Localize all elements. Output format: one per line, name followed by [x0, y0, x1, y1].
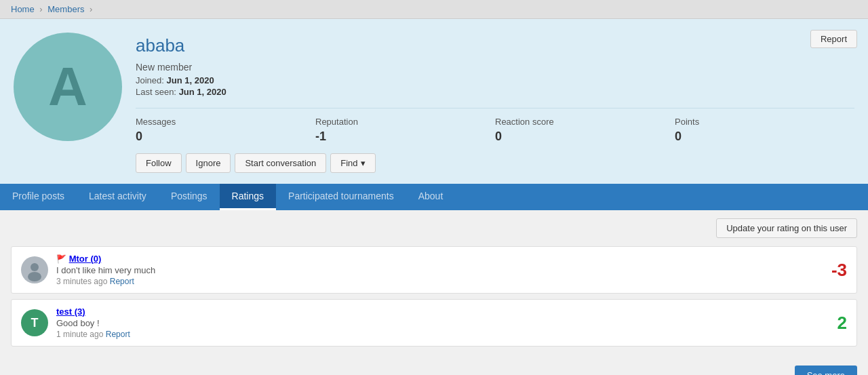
rating-avatar-mtor: [21, 256, 48, 283]
tab-latest-activity[interactable]: Latest activity: [77, 184, 159, 210]
nav-tabs: Profile posts Latest activity Postings R…: [0, 184, 868, 210]
breadcrumb-home[interactable]: Home: [11, 4, 35, 14]
profile-last-seen: Last seen: Jun 1, 2020: [136, 87, 854, 97]
stat-points: Points 0: [675, 117, 854, 144]
avatar: A: [14, 33, 122, 141]
profile-username: ababa: [136, 35, 854, 56]
profile-info: ababa New member Joined: Jun 1, 2020 Las…: [136, 33, 854, 173]
rating-text-mtor: I don't like him very much: [56, 265, 823, 275]
rating-username-test: test (3): [56, 307, 829, 317]
update-rating-row: Update your rating on this user: [11, 218, 857, 238]
rating-user-link-test[interactable]: test (3): [56, 307, 85, 317]
stat-messages: Messages 0: [136, 117, 315, 144]
tab-participated-tournaments[interactable]: Participated tournaments: [276, 184, 406, 210]
profile-role: New member: [136, 62, 854, 73]
mtor-avatar-icon: [22, 258, 47, 282]
rating-user-link-mtor[interactable]: Mtor (0): [69, 254, 102, 264]
report-button[interactable]: Report: [810, 30, 857, 48]
main-content: Update your rating on this user 🚩 Mtor (…: [0, 210, 868, 360]
stats-row: Messages 0 Reputation -1 Reaction score …: [136, 108, 854, 144]
update-rating-button[interactable]: Update your rating on this user: [716, 218, 857, 238]
tab-ratings[interactable]: Ratings: [220, 184, 276, 210]
see-more-button[interactable]: See more: [795, 366, 857, 375]
rating-avatar-test: T: [21, 309, 48, 336]
report-link-mtor[interactable]: Report: [110, 277, 134, 286]
tab-postings[interactable]: Postings: [159, 184, 220, 210]
profile-header: A ababa New member Joined: Jun 1, 2020 L…: [0, 19, 868, 184]
find-chevron-icon: ▾: [361, 158, 366, 168]
follow-button[interactable]: Follow: [136, 153, 182, 173]
rating-body-mtor: 🚩 Mtor (0) I don't like him very much 3 …: [56, 254, 823, 286]
breadcrumb-members[interactable]: Members: [47, 4, 84, 14]
find-button[interactable]: Find ▾: [330, 153, 375, 173]
stat-reputation: Reputation -1: [315, 117, 495, 144]
breadcrumb: Home › Members ›: [0, 0, 868, 19]
rating-username-mtor: 🚩 Mtor (0): [56, 254, 823, 264]
tab-about[interactable]: About: [406, 184, 456, 210]
ignore-button[interactable]: Ignore: [186, 153, 231, 173]
rating-item: 🚩 Mtor (0) I don't like him very much 3 …: [11, 246, 857, 294]
rating-score-test: 2: [837, 313, 847, 334]
avatar-letter: A: [48, 60, 87, 114]
rating-body-test: test (3) Good boy ! 1 minute ago Report: [56, 307, 829, 339]
breadcrumb-sep2: ›: [90, 4, 92, 14]
breadcrumb-sep1: ›: [39, 4, 42, 14]
stat-reaction-score: Reaction score 0: [495, 117, 675, 144]
see-more-row: See more: [0, 360, 868, 375]
action-buttons: Follow Ignore Start conversation Find ▾: [136, 153, 854, 173]
rating-meta-test: 1 minute ago Report: [56, 330, 829, 339]
flag-icon-mtor: 🚩: [56, 254, 66, 264]
profile-joined: Joined: Jun 1, 2020: [136, 75, 854, 85]
svg-point-1: [31, 263, 39, 271]
start-conversation-button[interactable]: Start conversation: [235, 153, 326, 173]
tab-profile-posts[interactable]: Profile posts: [0, 184, 77, 210]
svg-point-2: [28, 272, 41, 281]
rating-score-mtor: -3: [831, 260, 847, 281]
report-link-test[interactable]: Report: [106, 330, 130, 339]
rating-text-test: Good boy !: [56, 318, 829, 328]
rating-item: T test (3) Good boy ! 1 minute ago Repor…: [11, 299, 857, 347]
rating-meta-mtor: 3 minutes ago Report: [56, 277, 823, 286]
